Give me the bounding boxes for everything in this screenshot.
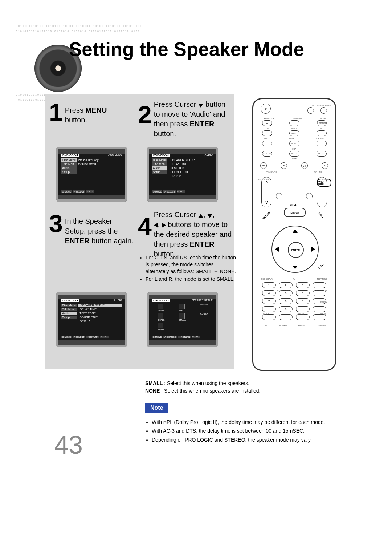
sleep-button[interactable] <box>262 306 276 312</box>
asc-button[interactable] <box>262 141 272 146</box>
ezview-button[interactable] <box>279 314 293 320</box>
step-1: 1 Press MENU button. <box>49 103 131 125</box>
tv-video-button[interactable] <box>289 120 299 126</box>
note-badge: Note <box>145 403 168 413</box>
dvd-receiver-select[interactable] <box>320 107 327 114</box>
logo-button[interactable] <box>262 314 276 320</box>
prev-button[interactable]: ⏮ <box>260 162 267 169</box>
cancel-button[interactable] <box>296 306 310 312</box>
step-3: 3 In the Speaker Setup, press the ENTER … <box>49 214 134 246</box>
band-button[interactable]: BAND <box>289 130 299 136</box>
aux-button[interactable] <box>317 130 327 136</box>
step-2: 2 Press Cursor button to move to 'Audio'… <box>138 97 230 139</box>
plii-effect-button[interactable] <box>306 193 313 199</box>
cursor-up-icon <box>198 214 203 218</box>
test-tone-button[interactable] <box>313 282 326 288</box>
cursor-down-icon <box>207 214 212 218</box>
cursor-right-button[interactable] <box>311 247 315 252</box>
cursor-left-button[interactable] <box>275 247 279 252</box>
test-tone-highlight: TEST TONE <box>317 179 331 187</box>
power-button[interactable]: ⏻ <box>261 104 271 114</box>
speed-button[interactable]: SPEED <box>262 151 272 157</box>
step-1-text: Press MENU button. <box>65 105 131 125</box>
enter-button[interactable]: ENTER <box>288 242 304 258</box>
step-2-text: Press Cursor button to move to 'Audio' a… <box>154 100 230 139</box>
cursor-left-icon <box>154 223 158 228</box>
page-number: 43 <box>54 430 83 459</box>
play-pause-button[interactable]: ▶∥ <box>301 162 308 169</box>
tuning-rocker[interactable]: ∧∨ <box>261 177 271 207</box>
osd-audio-menu: DVD/CD/VJAUDIO Disc Menu Title Menu Audi… <box>147 147 218 202</box>
speaker-graphic: 0101010101010101010101010101010101010101… <box>15 25 91 101</box>
plii-mode-button[interactable] <box>276 193 282 199</box>
tv-select[interactable] <box>307 107 314 114</box>
cursor-down-icon <box>198 104 203 108</box>
num-7[interactable]: 7 <box>262 298 276 304</box>
notes-list: With ⧈PL (Dolby Pro Logic II), the delay… <box>145 418 336 445</box>
num-1[interactable]: 1 <box>262 282 276 288</box>
osd-disc-menu: DVD/CD/VJDISC MENU Disc Menu Title Menu … <box>56 147 127 202</box>
cursor-pad[interactable]: ENTER <box>271 226 319 273</box>
stop-button[interactable]: ■ <box>281 162 287 169</box>
dimmer-button[interactable]: DIMMER <box>317 120 327 126</box>
step-3-text: In the Speaker Setup, press the ENTER bu… <box>65 216 134 246</box>
next-button[interactable]: ⏭ <box>322 162 328 169</box>
cursor-up-button[interactable] <box>293 229 298 233</box>
mute-button[interactable]: MUTE <box>289 151 299 157</box>
subtitle-button[interactable] <box>317 141 327 146</box>
num-8[interactable]: 8 <box>279 298 293 304</box>
repeat-button[interactable] <box>296 314 310 320</box>
instruction-panel: 1 Press MENU button. 2 Press Cursor butt… <box>45 94 234 369</box>
step-4-subnotes: For C, LS, and RS, each time the button … <box>140 254 236 283</box>
open-close-button[interactable]: ▲ <box>262 120 272 126</box>
osd-audio-speaker-highlight: DVD/CD/VJAUDIO Disc Menu Title Menu Audi… <box>56 292 127 347</box>
num-2[interactable]: 2 <box>279 282 293 288</box>
most-button[interactable]: MO/ST <box>289 141 299 146</box>
step-4: 4 Press Cursor , , , buttons to move to … <box>138 208 234 259</box>
remote-control: ⏻ TV DVD RECEIVER OPEN/CLOSETV/VIDEOMODE… <box>252 98 336 371</box>
num-9[interactable]: 9 <box>296 298 310 304</box>
num-3[interactable]: 3 <box>296 282 310 288</box>
zoom-button[interactable] <box>313 306 326 312</box>
number-pad: RDS DISPLAY TA TEST TONE 123 PTY PTY SEA… <box>262 282 326 322</box>
remain-button[interactable] <box>313 314 326 320</box>
dvd-button[interactable] <box>262 130 272 136</box>
page-title: Setting the Speaker Mode <box>69 38 304 60</box>
menu-top-button[interactable]: MENU <box>317 151 327 157</box>
cursor-down-button[interactable] <box>293 266 298 269</box>
cursor-right-icon <box>162 223 166 228</box>
osd-speaker-setup: DVD/CD/VJSPEAKER SETUP SMALL SMALL Prese… <box>147 292 218 347</box>
num-0[interactable]: 0 <box>279 306 293 312</box>
menu-button[interactable]: MENU <box>284 208 306 217</box>
step-4-text: Press Cursor , , , buttons to move to th… <box>154 210 234 259</box>
small-none-definitions: SMALL : Select this when using the speak… <box>145 380 261 395</box>
